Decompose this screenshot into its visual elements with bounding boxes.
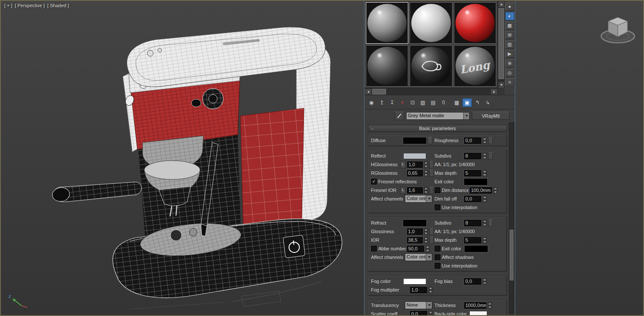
assign-material-to-selection-button[interactable]: ↧	[387, 98, 397, 107]
roughness-input[interactable]: 0,0	[464, 137, 481, 144]
reflect-color-swatch[interactable]	[403, 153, 426, 159]
fresnel-ior-lock-button[interactable]: L	[400, 187, 406, 194]
refract-subdivs-spinner[interactable]	[483, 220, 487, 226]
material-sample-slot-2[interactable]	[410, 2, 452, 44]
thickness-input[interactable]: 1000,0mm	[464, 302, 486, 309]
material-sample-slot-3[interactable]	[454, 2, 496, 44]
diffuse-map-button[interactable]	[428, 137, 432, 144]
reflect-exit-color-swatch[interactable]	[464, 179, 487, 185]
h-scroll-track[interactable]	[372, 88, 490, 95]
scroll-left-button[interactable]	[365, 88, 372, 95]
sample-uv-tiling-button[interactable]: ⊞	[505, 31, 514, 39]
hglossiness-input[interactable]: 1,0	[407, 161, 423, 168]
v-scroll-track[interactable]	[498, 8, 504, 82]
hglossiness-spinner[interactable]	[424, 161, 428, 168]
show-end-result-button[interactable]: ▣	[462, 98, 472, 107]
roughness-map-button[interactable]	[488, 137, 493, 144]
hglossiness-lock-button[interactable]: L	[400, 161, 406, 168]
parameters-scrollbar-thumb[interactable]	[510, 230, 513, 280]
h-scroll-thumb[interactable]	[372, 89, 386, 94]
refract-use-interpolation-checkbox[interactable]	[434, 263, 440, 269]
basic-parameters-rollout[interactable]: - Basic parameters	[368, 125, 507, 132]
scroll-right-button[interactable]	[490, 88, 498, 95]
diffuse-color-swatch[interactable]	[403, 137, 426, 144]
glossiness-map-button[interactable]	[429, 228, 434, 235]
viewport[interactable]: [ + ] [ Perspective ] [ Shaded ]	[1, 1, 643, 315]
parameters-scrollbar[interactable]	[509, 122, 514, 314]
fresnel-ior-map-button[interactable]	[429, 187, 434, 194]
scatter-coeff-input[interactable]: 0,0	[410, 311, 427, 316]
put-to-library-button[interactable]: ▤	[428, 98, 438, 107]
ior-input[interactable]: 38,5	[407, 237, 423, 243]
translucency-dropdown[interactable]: None	[405, 301, 432, 309]
ior-map-button[interactable]	[429, 237, 434, 244]
material-sample-slot-6[interactable]: Long	[454, 45, 496, 87]
reflect-subdivs-map-button[interactable]	[488, 152, 493, 160]
make-material-copy-button[interactable]: ⊡	[408, 98, 417, 107]
rglossiness-map-button[interactable]	[429, 170, 434, 177]
scroll-up-button[interactable]	[498, 1, 504, 8]
rglossiness-spinner[interactable]	[424, 170, 428, 176]
back-side-color-swatch[interactable]	[469, 311, 487, 316]
affect-shadows-checkbox[interactable]	[434, 254, 440, 260]
background-checker-button[interactable]: ▦	[505, 21, 514, 30]
material-name-dropdown[interactable]: Grey Metal matte	[406, 112, 470, 120]
fresnel-reflections-checkbox[interactable]: ✓	[371, 179, 377, 185]
viewcube[interactable]	[599, 11, 636, 48]
thickness-spinner[interactable]	[488, 302, 492, 309]
glossiness-spinner[interactable]	[424, 228, 428, 235]
fog-bias-input[interactable]: 0,0	[464, 278, 481, 285]
scroll-down-button[interactable]	[498, 82, 504, 88]
refract-affect-channels-dropdown[interactable]: Color only	[405, 253, 432, 261]
dim-distance-checkbox[interactable]	[434, 187, 440, 193]
dim-distance-spinner[interactable]	[493, 187, 498, 194]
refract-max-depth-spinner[interactable]	[483, 237, 487, 243]
dim-distance-input[interactable]: 100,0mm	[470, 187, 492, 194]
reset-material-button[interactable]: ×	[398, 98, 407, 107]
sample-horizontal-scrollbar[interactable]	[365, 88, 498, 95]
rglossiness-input[interactable]: 0,65	[407, 170, 423, 176]
abbe-number-input[interactable]: 50,0	[407, 246, 424, 252]
reflect-use-interpolation-checkbox[interactable]	[434, 204, 440, 210]
material-sample-slot-1[interactable]	[366, 2, 408, 44]
options-button[interactable]: ⊕	[505, 59, 514, 67]
refract-color-swatch[interactable]	[403, 220, 426, 226]
reflect-subdivs-spinner[interactable]	[483, 153, 487, 159]
video-color-check-button[interactable]: ▥	[505, 40, 514, 49]
v-scroll-thumb[interactable]	[498, 8, 504, 79]
go-to-parent-button[interactable]: ↰	[473, 98, 482, 107]
viewport-menu-general[interactable]: [ + ]	[4, 3, 12, 8]
material-type-button[interactable]: VRayMtl	[472, 112, 510, 120]
reflect-subdivs-input[interactable]: 8	[464, 153, 481, 159]
make-preview-button[interactable]: ▶	[505, 50, 514, 58]
select-by-material-button[interactable]: ◎	[505, 69, 514, 77]
sample-vertical-scrollbar[interactable]	[498, 1, 504, 88]
ior-spinner[interactable]	[424, 237, 428, 243]
material-id-channel-button[interactable]: 0	[439, 98, 448, 107]
viewport-menu-shading[interactable]: [ Shaded ]	[47, 3, 69, 8]
put-material-to-scene-button[interactable]: ↥	[377, 98, 386, 107]
material-sample-slot-4[interactable]	[366, 45, 408, 87]
sample-type-sphere-button[interactable]: ●	[505, 3, 514, 11]
material-map-navigator-button[interactable]: ≡	[505, 78, 514, 86]
show-shaded-material-in-viewport-button[interactable]: ▩	[452, 98, 462, 107]
refract-subdivs-map-button[interactable]	[488, 219, 493, 227]
scatter-coeff-spinner[interactable]	[428, 311, 433, 316]
pick-material-from-object-button[interactable]	[395, 112, 404, 120]
abbe-number-spinner[interactable]	[425, 246, 430, 252]
roughness-spinner[interactable]	[483, 137, 487, 144]
fresnel-ior-input[interactable]: 1,6	[407, 187, 423, 194]
fog-multiplier-input[interactable]: 1,0	[410, 287, 427, 293]
reflect-affect-channels-dropdown[interactable]: Color only	[405, 195, 432, 203]
abbe-number-checkbox[interactable]	[371, 246, 377, 252]
make-unique-button[interactable]: ▧	[418, 98, 428, 107]
rollout-collapse-icon[interactable]: -	[370, 125, 375, 131]
viewport-menu-pov[interactable]: [ Perspective ]	[15, 3, 45, 8]
glossiness-input[interactable]: 1,0	[407, 228, 423, 235]
fog-multiplier-spinner[interactable]	[428, 287, 433, 293]
go-forward-to-sibling-button[interactable]: ↳	[483, 98, 492, 107]
fresnel-ior-spinner[interactable]	[424, 187, 428, 194]
reflect-max-depth-input[interactable]: 5	[464, 170, 481, 176]
dim-fall-off-input[interactable]: 0,0	[464, 196, 481, 202]
fog-color-swatch[interactable]	[403, 278, 426, 285]
